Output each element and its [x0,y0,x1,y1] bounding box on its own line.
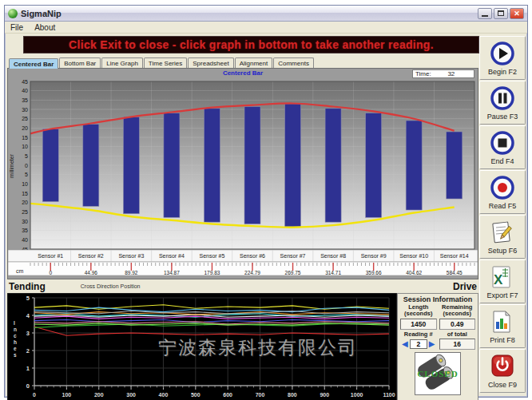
record-icon [489,174,516,201]
bar-8 [325,109,341,222]
trend-line-chart[interactable]: 0123450100200300400500600700800900100011… [7,293,397,400]
nip-status-image: CLOSED [415,352,461,395]
svg-text:X: X [494,272,503,287]
ruler-position-label: 89.92 [125,270,138,275]
svg-text:45: 45 [22,79,28,85]
export-button[interactable]: X Export F7 [479,259,526,303]
title-bar[interactable]: SigmaNip ✕ [5,6,527,22]
svg-text:30: 30 [22,219,28,224]
ruler-position-label: 179.83 [204,270,220,275]
svg-text:40: 40 [22,237,28,243]
read-button[interactable]: Read F5 [479,170,526,214]
ruler-position-label: 44.96 [85,270,98,275]
tab-strip: Centered Bar Bottom Bar Line Graph Time … [7,55,479,68]
bar-11 [447,132,463,199]
window-title: SigmaNip [21,9,476,18]
tending-label: Tending [7,281,46,292]
begin-button[interactable]: Begin F2 [479,36,526,80]
y-axis-label: millimeter [9,153,14,178]
sensor-label: Sensor #10 [399,253,428,259]
svg-text:5: 5 [26,295,30,302]
tab-time-series[interactable]: Time Series [144,57,187,68]
bar-1 [42,129,58,202]
svg-text:40: 40 [22,88,28,93]
chart-title: Centered Bar [8,69,478,77]
reading-number-label: Reading # [400,331,437,338]
svg-text:3: 3 [26,330,30,337]
setup-button[interactable]: Setup F6 [479,215,526,259]
ruler-position-label: 224.79 [244,270,260,275]
power-icon [489,353,516,380]
drive-label: Drive [453,281,477,292]
end-button[interactable]: End F4 [479,125,526,169]
menu-file[interactable]: File [5,23,29,32]
reading-number-input[interactable]: 2 [410,339,427,349]
bar-10 [406,121,422,210]
remaining-label: Remaining (seconds) [439,304,476,318]
stop-icon [489,129,516,156]
print-button[interactable]: Print F8 [479,304,526,348]
nip-status-text: CLOSED [415,369,460,378]
ruler-position-label: 269.75 [285,270,301,275]
tab-centered-bar[interactable]: Centered Bar [9,58,58,69]
bar-5 [204,109,220,222]
session-title: Session Information [400,295,475,303]
minimize-button[interactable] [478,8,492,19]
tab-line-graph[interactable]: Line Graph [101,57,143,68]
sensor-label: Sensor #7 [280,253,306,259]
sensor-label: Sensor #8 [320,253,346,259]
tab-comments[interactable]: Comments [273,57,314,68]
bar-6 [244,107,260,224]
trend-y-axis-label: Inches [14,320,17,358]
svg-text:1100: 1100 [383,392,395,398]
close-f9-button[interactable]: Close F9 [479,349,526,393]
function-button-column: Begin F2 Pause F3 End F4 [479,34,526,400]
restore-button[interactable] [494,8,508,19]
time-value: 32 [431,70,471,77]
svg-text:2: 2 [26,347,30,354]
sensor-label: Sensor #14 [440,253,469,259]
svg-text:35: 35 [22,228,28,233]
pause-button[interactable]: Pause F3 [479,81,526,125]
report-chart-icon [489,308,516,335]
svg-text:1000: 1000 [351,392,363,398]
svg-text:30: 30 [22,107,28,113]
session-information-panel: Session Information Length (seconds) Rem… [397,293,478,400]
time-readout: Time: 32 [412,69,474,78]
svg-text:0: 0 [25,163,28,168]
svg-text:1: 1 [26,365,30,372]
ruler-position-label: 134.87 [164,270,180,275]
svg-text:20: 20 [22,200,28,205]
ruler-position-label: 314.71 [325,270,341,275]
tab-spreadsheet[interactable]: Spreadsheet [188,57,233,68]
svg-text:600: 600 [223,392,232,398]
svg-text:15: 15 [22,135,28,141]
sensor-label: Sensor #2 [78,253,104,259]
cross-direction-position-label: Cross Direction Position [81,283,141,289]
play-icon [489,40,516,67]
app-icon [8,9,18,18]
bar-3 [123,117,139,213]
svg-text:10: 10 [22,144,28,149]
svg-text:5: 5 [25,172,28,177]
excel-icon: X [489,263,516,291]
svg-text:700: 700 [256,392,265,398]
tab-alignment[interactable]: Alignment [235,57,273,68]
tab-bottom-bar[interactable]: Bottom Bar [59,57,101,68]
menu-about[interactable]: About [29,23,61,32]
svg-text:400: 400 [159,392,169,398]
centered-bar-panel: Centered Bar Time: 32 454035302520151050… [7,68,478,279]
notepad-pencil-icon [489,219,516,246]
next-reading-icon[interactable]: ▶ [429,340,435,348]
message-banner: Click Exit to close - click graph in bot… [23,36,479,53]
close-button[interactable]: ✕ [510,8,524,19]
banner-text: Click Exit to close - click graph in bot… [69,38,434,51]
previous-reading-icon[interactable]: ◀ [402,340,408,348]
svg-text:100: 100 [62,392,72,398]
of-total-label: of total [439,331,476,338]
sensor-label: Sensor #9 [361,253,387,259]
pause-icon [489,85,516,112]
ruler-position-label: 584.45 [447,270,463,275]
time-label: Time: [415,70,431,77]
bar-7 [285,104,301,227]
